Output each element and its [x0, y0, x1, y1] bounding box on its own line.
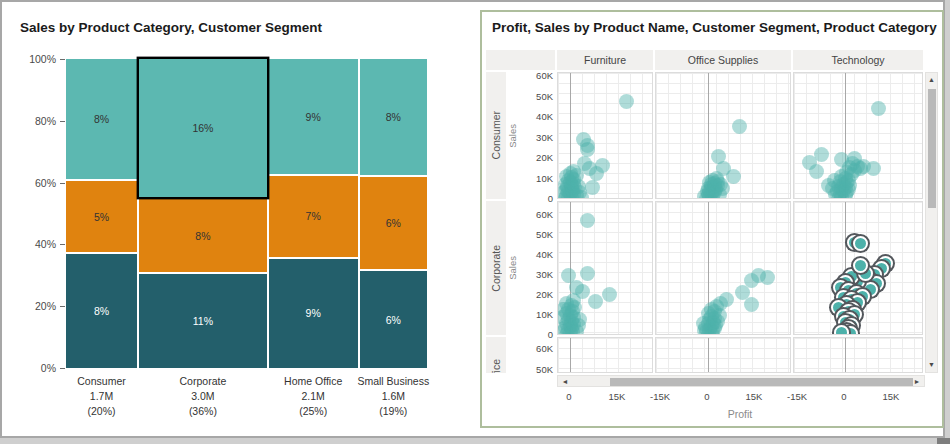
mosaic-column-label-line: 1.6M [338, 389, 448, 404]
profit-tick-label: -15K [775, 391, 819, 402]
sales-tick-label: 60K [519, 70, 553, 81]
mosaic-y-tick-label: 100% [12, 53, 56, 65]
scatter-point[interactable] [580, 266, 595, 281]
scatter-point[interactable] [871, 101, 886, 116]
mosaic-chart: Sales by Product Category, Customer Segm… [10, 8, 472, 434]
mosaic-column-label-line: 1.7M [47, 389, 157, 404]
scatter-point[interactable] [866, 161, 881, 176]
scatter-point[interactable] [595, 158, 610, 173]
sales-tick-label: 40K [519, 111, 553, 122]
sales-axis-title: Sales [507, 124, 518, 148]
panel-consumer-furniture [557, 72, 653, 199]
mosaic-segment-label: 9% [306, 307, 321, 319]
scatter-point[interactable] [602, 287, 617, 302]
scatter-point[interactable] [744, 297, 759, 312]
mosaic-segment-label: 8% [94, 305, 109, 317]
mosaic-segment-label: 6% [386, 314, 401, 326]
mosaic-segment[interactable]: 8% [66, 254, 137, 368]
profit-axis-title: Profit [557, 408, 923, 420]
scroll-left-icon[interactable]: ◄ [560, 377, 570, 387]
scatter-point[interactable] [726, 169, 741, 184]
scatter-point[interactable] [760, 270, 775, 285]
v-scroll-thumb[interactable] [928, 89, 936, 208]
row-label-text: Consumer [490, 111, 502, 159]
dashboard: Sales by Product Category, Customer Segm… [0, 0, 950, 444]
sales-tick-label: 20K [519, 289, 553, 300]
mosaic-segment-label: 5% [94, 211, 109, 223]
sales-tick-label: 10K [519, 309, 553, 320]
panel-corporate-furniture [557, 201, 653, 335]
sales-axis-title-cell: Sales [506, 201, 519, 335]
mosaic-column-label-line: Consumer [47, 374, 157, 389]
h-scrollbar[interactable]: ◄► [557, 375, 925, 387]
scatter-point[interactable] [700, 184, 715, 199]
scatter-point[interactable] [711, 149, 726, 164]
zero-axis-line [570, 338, 571, 372]
row-label-consumer: Consumer [486, 72, 506, 199]
scatter-point[interactable] [732, 119, 747, 134]
row3-clip: fice60K50K [482, 337, 557, 373]
scatter-point-selected[interactable] [853, 258, 868, 273]
scatter-point[interactable] [580, 142, 595, 157]
scroll-down-icon[interactable]: ▼ [926, 360, 937, 370]
mosaic-segment[interactable]: 6% [360, 271, 428, 368]
mosaic-column-label: Consumer1.7M(20%) [47, 374, 157, 419]
matrix-header-corner [486, 50, 555, 70]
scatter-point[interactable] [577, 156, 592, 171]
scatter-point[interactable] [847, 151, 862, 166]
sales-tick-label: 60K [519, 343, 553, 354]
sales-tick-label: 30K [519, 269, 553, 280]
scatter-point[interactable] [821, 178, 836, 193]
profit-tick-label: 0 [685, 391, 729, 402]
sales-tick-label: 50K [519, 364, 553, 374]
mosaic-y-tick-mark [60, 306, 65, 307]
mosaic-segment[interactable]: 8% [139, 199, 267, 272]
scatter-point[interactable] [809, 164, 824, 179]
panel-home_office-furniture [557, 337, 653, 373]
sales-tick-label: 60K [519, 209, 553, 220]
mosaic-segment-label: 8% [94, 113, 109, 125]
scatter-matrix-chart: Profit, Sales by Product Name, Customer … [480, 10, 944, 428]
sales-tick-label: 10K [519, 173, 553, 184]
mosaic-y-tick-mark [60, 183, 65, 184]
scroll-right-icon[interactable]: ► [912, 377, 922, 387]
scatter-point[interactable] [580, 213, 595, 228]
mosaic-segment[interactable]: 6% [360, 177, 428, 269]
sales-tick-label: 30K [519, 132, 553, 143]
mosaic-segment[interactable]: 11% [139, 274, 267, 368]
sales-tick-label: 50K [519, 91, 553, 102]
mosaic-segment[interactable]: 8% [66, 59, 137, 179]
scatter-point-selected[interactable] [853, 236, 868, 251]
scatter-point[interactable] [719, 292, 734, 307]
mosaic-segment[interactable]: 16% [139, 59, 267, 197]
mosaic-column-label-line: 3.0M [148, 389, 258, 404]
scatter-point[interactable] [557, 302, 571, 317]
mosaic-y-tick-label: 80% [12, 115, 56, 127]
scatter-point[interactable] [619, 94, 634, 109]
profit-tick-label: 0 [547, 391, 591, 402]
mosaic-segment[interactable]: 9% [269, 59, 358, 174]
panel-corporate-technology [793, 201, 923, 335]
mosaic-segment[interactable]: 9% [269, 259, 358, 368]
mosaic-segment-label: 8% [195, 230, 210, 242]
h-scroll-thumb[interactable] [610, 378, 913, 386]
mosaic-column-label-line: Corporate [148, 374, 258, 389]
scatter-point[interactable] [561, 268, 576, 283]
scatter-point[interactable] [585, 180, 600, 195]
sales-tick-label: 40K [519, 249, 553, 260]
mosaic-segment-label: 16% [192, 122, 213, 134]
mosaic-y-tick-mark [60, 59, 65, 60]
mosaic-segment[interactable]: 5% [66, 181, 137, 252]
scatter-point[interactable] [696, 316, 711, 331]
mosaic-y-tick-label: 0% [12, 362, 56, 374]
mosaic-segment[interactable]: 8% [360, 59, 428, 175]
scroll-up-icon[interactable]: ▲ [926, 75, 937, 85]
mosaic-segment[interactable]: 7% [269, 176, 358, 257]
panel-corporate-office_supplies [655, 201, 791, 335]
v-scrollbar[interactable]: ▲▼ [925, 72, 938, 373]
scatter-point[interactable] [814, 147, 829, 162]
row-label-text: fice [490, 359, 502, 373]
mosaic-segment-label: 7% [306, 210, 321, 222]
scatter-point[interactable] [572, 312, 587, 327]
scatter-point[interactable] [588, 294, 603, 309]
